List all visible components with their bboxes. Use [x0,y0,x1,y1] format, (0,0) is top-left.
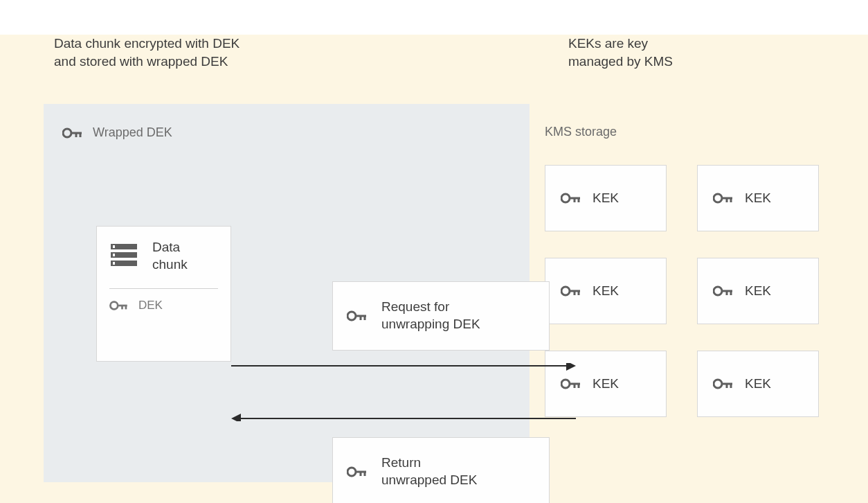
data-chunk-icon [109,242,140,270]
header-right-line1: KEKs are key [568,36,648,51]
kek-label: KEK [593,191,619,206]
key-icon [62,126,83,140]
wrapped-dek-title: Wrapped DEK [62,125,172,140]
request-box: Request for unwrapping DEK [332,281,550,351]
svg-point-18 [347,312,356,320]
key-icon [713,191,734,205]
key-icon [561,284,581,298]
data-chunk-label: Data chunk [152,239,188,273]
header-left-line2: and stored with wrapped DEK [54,54,228,69]
data-chunk-card: Data chunk DEK [96,226,231,362]
kms-storage-title-text: KMS storage [545,125,617,139]
svg-rect-9 [113,262,115,265]
kek-box: KEK [697,165,819,231]
return-box: Return unwrapped DEK [332,437,550,503]
kek-box: KEK [697,258,819,324]
kek-box: KEK [545,165,667,231]
svg-marker-17 [231,414,241,421]
svg-rect-8 [113,254,115,256]
svg-point-10 [110,302,118,310]
svg-point-22 [347,468,356,476]
kek-box: KEK [545,258,667,324]
kek-label: KEK [745,283,771,299]
right-panel: KMS storage KEK KEK KEK KEK [530,104,829,482]
request-line2: unwrapping DEK [381,317,480,331]
svg-point-34 [561,287,570,295]
key-icon [347,309,368,323]
left-panel: Wrapped DEK Data chunk [44,104,530,482]
header-right: KEKs are key managed by KMS [568,35,673,70]
header-left: Data chunk encrypted with DEK and stored… [54,35,239,70]
key-icon [347,465,368,479]
key-icon [561,191,581,205]
svg-point-0 [63,129,71,137]
data-chunk-label-l1: Data [152,240,180,254]
key-icon [109,299,129,312]
kek-grid: KEK KEK KEK KEK KEK [545,165,822,417]
header-right-line2: managed by KMS [568,54,673,69]
kms-storage-title: KMS storage [545,125,617,139]
return-line2: unwrapped DEK [381,473,477,487]
arrows [231,363,576,421]
svg-rect-7 [113,245,115,248]
divider [109,288,218,289]
kek-label: KEK [745,191,771,206]
svg-point-46 [714,380,722,388]
dek-row: DEK [109,299,218,312]
svg-point-30 [714,194,722,202]
kek-label: KEK [593,283,619,299]
dek-label: DEK [138,299,163,312]
kek-label: KEK [745,376,771,391]
svg-point-38 [714,287,722,295]
return-line1: Return [381,455,421,470]
request-line1: Request for [381,299,449,314]
wrapped-dek-title-text: Wrapped DEK [93,125,172,140]
header-left-line1: Data chunk encrypted with DEK [54,36,239,51]
data-chunk-label-l2: chunk [152,257,188,272]
svg-marker-15 [566,363,576,371]
kek-box: KEK [697,351,819,417]
key-icon [713,377,734,391]
kek-label: KEK [593,376,619,391]
svg-point-26 [561,194,570,202]
key-icon [713,284,734,298]
